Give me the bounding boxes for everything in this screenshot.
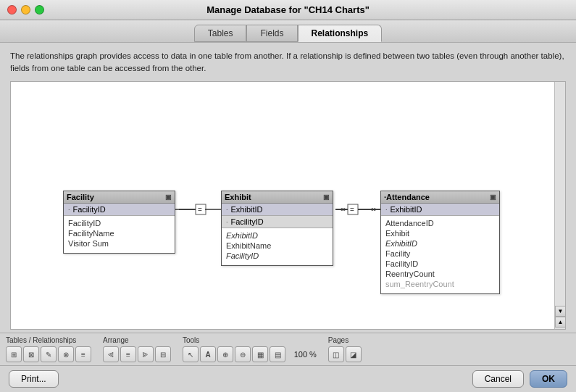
field-visitor-sum: Visitor Sum [68,238,170,249]
tb-layout[interactable]: ▤ [270,346,285,362]
table-facility[interactable]: Facility ▣ ∙ FacilityID FacilityID Facil… [63,191,175,254]
svg-rect-6 [348,204,358,214]
field-att-facility: Facility [385,249,495,259]
close-button[interactable] [7,5,17,14]
field-facility-name: FacilityName [68,228,170,238]
field-att-exhibit-id: ExhibitID [385,238,495,249]
tab-fields[interactable]: Fields [246,25,297,42]
tab-tables[interactable]: Tables [194,25,247,42]
toolbar-pages-label: Pages [328,336,362,344]
vertical-scrollbar[interactable]: ▼ ▲ [554,82,565,330]
tb-zoom-out[interactable]: ⊖ [235,346,251,362]
table-attendance-icon: ▣ [490,193,496,201]
field-att-facility-id: FacilityID [385,259,495,269]
table-facility-body: FacilityID FacilityName Visitor Sum [64,216,175,253]
table-attendance-name: ∙Attendance [384,193,430,201]
bottom-bar: Print... Cancel OK [0,365,576,392]
table-attendance-pk: ∙ ExhibitID [381,204,499,216]
print-button[interactable]: Print... [9,370,59,388]
field-attendance-id: AttendanceID [385,218,495,228]
toolbar-group-pages: Pages ◫ ◪ [328,336,362,362]
svg-text:=: = [198,206,202,214]
window-controls [7,5,44,14]
bottom-right: Cancel OK [472,370,567,388]
tb-pointer[interactable]: ↖ [183,346,199,362]
titlebar: Manage Database for "CH14 Charts" [0,0,576,20]
table-facility-pk: ∙ FacilityID [64,204,175,216]
svg-text:∞: ∞ [341,205,346,213]
toolbar-arrange-label: Arrange [103,336,171,344]
table-attendance-header: ∙Attendance ▣ [381,191,499,204]
toolbar-group-arrange: Arrange ⫷ ≡ ⫸ ⊟ [103,336,171,362]
table-exhibit[interactable]: Exhibit ▣ ∙ ExhibitID ∙ FacilityID Exhib… [221,191,333,266]
toolbar-tools-label: Tools [183,336,317,344]
field-att-sum-reentry: sum_ReentryCount [385,279,495,289]
zoom-value: 100 [287,350,307,359]
scroll-down-button[interactable]: ▼ [555,306,566,317]
tb-add-table[interactable]: ⊞ [6,346,22,362]
table-exhibit-header: Exhibit ▣ [222,191,333,204]
tb-edit[interactable]: ✎ [41,346,57,362]
zoom-pct: % [309,350,317,359]
table-facility-header: Facility ▣ [64,191,175,204]
table-exhibit-body: ExhibitID ExhibitName FacilityID [222,228,333,265]
field-exhibit-name: ExhibitName [226,241,328,251]
tb-delete[interactable]: ⊗ [58,346,74,362]
table-exhibit-name: Exhibit [225,193,251,201]
maximize-button[interactable] [35,5,44,14]
toolbar-pages-buttons: ◫ ◪ [328,346,362,362]
field-att-reentry: ReentryCount [385,269,495,279]
scroll-up-button[interactable]: ▲ [555,317,566,328]
main-content: The relationships graph provides access … [0,43,576,333]
tb-distribute[interactable]: ⊟ [155,346,171,362]
tb-notes[interactable]: ≡ [75,346,91,362]
tb-add-related[interactable]: ⊠ [23,346,39,362]
toolbar-tables-buttons: ⊞ ⊠ ✎ ⊗ ≡ [6,346,91,362]
description-text: The relationships graph provides access … [10,50,566,75]
tb-align-left[interactable]: ⫷ [103,346,119,362]
table-facility-icon: ▣ [165,193,172,201]
zoom-display: 100 % [287,346,317,362]
toolbar: Tables / Relationships ⊞ ⊠ ✎ ⊗ ≡ Arrange… [0,333,576,365]
table-facility-name: Facility [67,193,94,201]
toolbar-tools-buttons: ↖ A ⊕ ⊖ ▦ ▤ 100 % [183,346,317,362]
table-attendance-body: AttendanceID Exhibit ExhibitID Facility … [381,216,499,293]
table-exhibit-fk: ∙ FacilityID [222,216,333,228]
bottom-left: Print... [9,370,59,388]
tb-prev-page[interactable]: ◫ [328,346,344,362]
svg-text:=: = [350,206,354,214]
toolbar-tables-label: Tables / Relationships [6,336,91,344]
toolbar-group-tables: Tables / Relationships ⊞ ⊠ ✎ ⊗ ≡ [6,336,91,362]
window-title: Manage Database for "CH14 Charts" [206,4,370,15]
svg-rect-1 [196,204,206,214]
tab-bar: Tables Fields Relationships [0,20,576,43]
table-exhibit-icon: ▣ [323,193,330,201]
relationships-graph[interactable]: = ∞ = ∞ ∞ Facility ▣ ∙ Fac [10,81,566,330]
field-exhibit-id: ExhibitID [226,230,328,241]
toolbar-arrange-buttons: ⫷ ≡ ⫸ ⊟ [103,346,171,362]
tb-view[interactable]: ▦ [252,346,268,362]
tb-text[interactable]: A [200,346,216,362]
tb-align-center[interactable]: ≡ [120,346,136,362]
minimize-button[interactable] [21,5,30,14]
ok-button[interactable]: OK [530,370,567,388]
field-att-exhibit: Exhibit [385,228,495,238]
table-exhibit-pk: ∙ ExhibitID [222,204,333,216]
field-facility-id: FacilityID [68,218,170,228]
tb-zoom-in[interactable]: ⊕ [217,346,233,362]
tb-align-right[interactable]: ⫸ [138,346,154,362]
tab-relationships[interactable]: Relationships [298,25,383,42]
cancel-button[interactable]: Cancel [472,370,524,388]
toolbar-group-tools: Tools ↖ A ⊕ ⊖ ▦ ▤ 100 % [183,336,317,362]
tb-next-page[interactable]: ◪ [346,346,362,362]
svg-text:∞: ∞ [371,205,376,213]
field-facility-id-exhibit: FacilityID [226,251,328,261]
table-attendance[interactable]: ∙Attendance ▣ ∙ ExhibitID AttendanceID E… [380,191,500,294]
